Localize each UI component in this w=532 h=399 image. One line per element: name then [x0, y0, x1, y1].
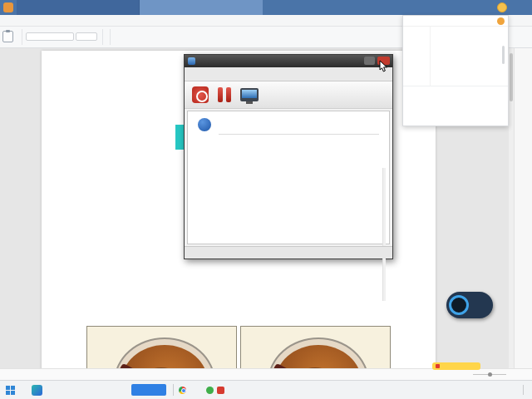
info-icon: [198, 118, 211, 131]
taskbar-app-icon[interactable]: [32, 385, 42, 396]
scrollbar-thumb[interactable]: [502, 46, 505, 64]
monitor-icon: [240, 88, 259, 101]
toast-badge-icon: [436, 364, 440, 368]
progress-percent: [449, 295, 469, 315]
chat-tab-rail: [403, 27, 431, 86]
chat-input-toolbar: [403, 86, 508, 96]
user-avatar[interactable]: [497, 2, 507, 12]
chrome-icon[interactable]: [179, 387, 186, 394]
zoom-slider-thumb[interactable]: [488, 372, 492, 377]
error-page-scrollbar[interactable]: [382, 168, 386, 301]
divider: [22, 29, 22, 45]
eyeball-diagram: [114, 337, 215, 368]
wps-side-toolbar: [514, 48, 532, 368]
scrollbar-thumb[interactable]: [510, 53, 513, 101]
ocam-app-icon: [188, 57, 195, 65]
mouse-cursor: [379, 60, 388, 73]
screen-capture-button[interactable]: [240, 88, 259, 102]
class-progress-widget[interactable]: [446, 292, 493, 318]
ocam-minimize-button[interactable]: [364, 57, 375, 65]
zoom-slider[interactable]: [473, 374, 506, 375]
notification-toast[interactable]: [432, 362, 480, 370]
paste-button[interactable]: [0, 27, 16, 47]
chat-message-list: [432, 27, 500, 87]
start-button[interactable]: [6, 386, 15, 395]
ocam-statusbar: [185, 246, 392, 259]
font-name-select[interactable]: [26, 32, 74, 41]
desktop: [0, 0, 532, 399]
ocam-window: [184, 54, 393, 259]
windows-taskbar: [0, 380, 532, 399]
system-tray: [523, 385, 530, 395]
font-size-select[interactable]: [76, 32, 97, 41]
eye-illustration-b: [240, 326, 391, 368]
divider: [173, 384, 174, 396]
eyeball-diagram: [268, 337, 369, 368]
wps-logo-icon[interactable]: [3, 2, 13, 12]
embedded-error-page: [187, 111, 390, 244]
divider: [523, 385, 524, 395]
document-tab-2[interactable]: [140, 0, 263, 15]
eye-illustration-a: [86, 326, 237, 368]
chat-header: [403, 16, 508, 27]
pause-icon: [216, 86, 233, 103]
chat-message-input[interactable]: [403, 96, 508, 121]
chat-settings-icon[interactable]: [497, 17, 505, 25]
search-now-button[interactable]: [131, 384, 166, 396]
antivirus-icon[interactable]: [206, 387, 214, 394]
clipboard-icon: [2, 31, 13, 42]
record-stop-icon: [192, 86, 209, 103]
chat-scrollbar[interactable]: [501, 27, 506, 87]
divider: [219, 134, 379, 135]
ocam-titlebar[interactable]: [185, 55, 392, 67]
pause-recording-button[interactable]: [216, 86, 233, 104]
wps-titlebar: [0, 0, 532, 15]
red-app-icon[interactable]: [217, 387, 224, 394]
document-tab-1[interactable]: [17, 0, 140, 15]
ocam-tabs: [185, 67, 392, 81]
divider: [102, 29, 103, 45]
ocam-toolbar: [185, 81, 392, 109]
divider: [110, 29, 111, 45]
live-chat-panel: [402, 15, 509, 126]
stop-recording-button[interactable]: [192, 86, 209, 104]
wps-statusbar: [0, 368, 532, 380]
